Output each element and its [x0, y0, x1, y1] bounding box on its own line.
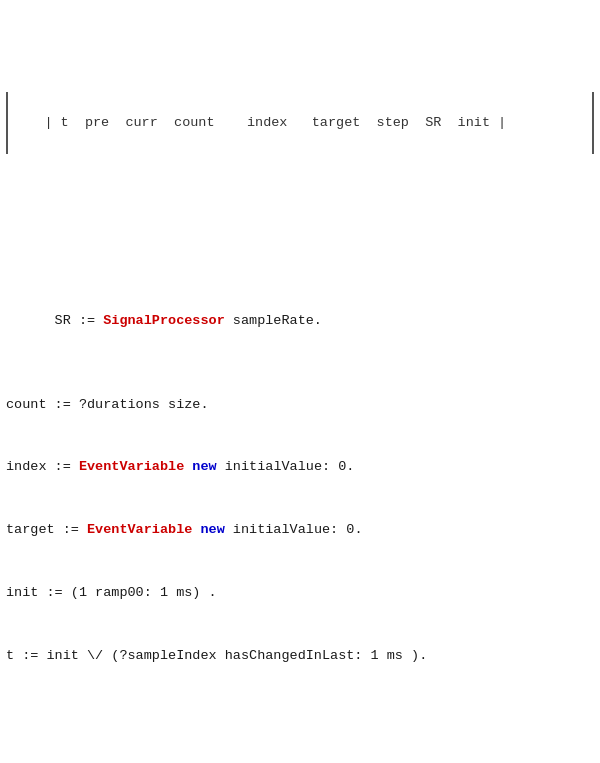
sr-class: SignalProcessor: [103, 313, 225, 328]
section-sr: SR := SignalProcessor sampleRate. count …: [6, 248, 594, 708]
target-class: EventVariable: [87, 522, 192, 537]
sr-prefix: SR :=: [55, 313, 104, 328]
line-sr: SR := SignalProcessor sampleRate.: [6, 290, 594, 353]
line-target-init: target := EventVariable new initialValue…: [6, 520, 594, 541]
header-text: | t pre curr count index target step SR …: [44, 115, 506, 130]
index-new: new: [192, 459, 216, 474]
header-bar: | t pre curr count index target step SR …: [6, 92, 594, 155]
line-index: index := EventVariable new initialValue:…: [6, 457, 594, 478]
line-t: t := init \/ (?sampleIndex hasChangedInL…: [6, 646, 594, 667]
code-container: | t pre curr count index target step SR …: [6, 8, 594, 763]
line-count: count := ?durations size.: [6, 395, 594, 416]
target-new: new: [200, 522, 224, 537]
sr-suffix: sampleRate.: [225, 313, 322, 328]
index-class: EventVariable: [79, 459, 184, 474]
line-init: init := (1 ramp00: 1 ms) .: [6, 583, 594, 604]
